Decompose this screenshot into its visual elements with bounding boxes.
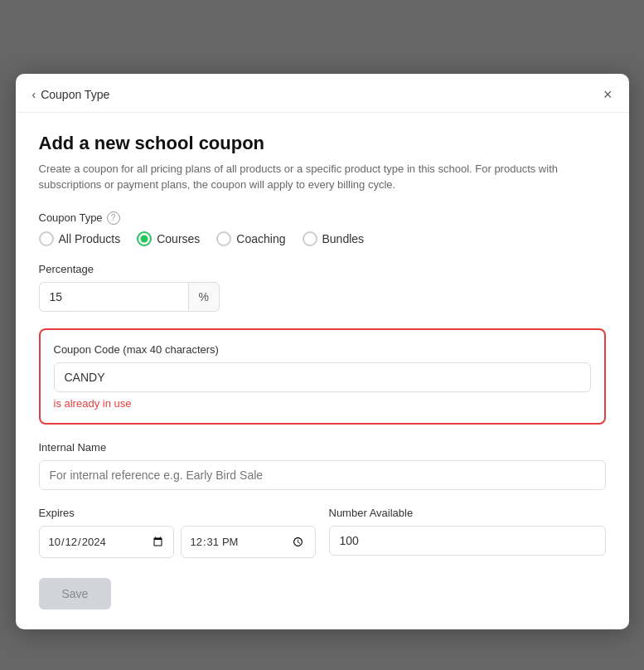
expires-date-input[interactable] — [39, 526, 174, 559]
coupon-type-label: Coupon Type ? — [39, 211, 606, 225]
number-available-label: Number Available — [329, 507, 606, 519]
radio-label-bundles: Bundles — [322, 232, 365, 245]
percentage-section: Percentage % — [39, 263, 606, 312]
save-button[interactable]: Save — [39, 578, 112, 609]
modal-body: Add a new school coupon Create a coupon … — [16, 113, 629, 630]
percentage-label: Percentage — [39, 263, 606, 275]
modal-header: ‹ Coupon Type × — [16, 74, 629, 113]
internal-name-section: Internal Name — [39, 441, 606, 490]
modal-dialog: ‹ Coupon Type × Add a new school coupon … — [16, 74, 629, 630]
radio-all-products[interactable] — [39, 231, 54, 246]
expires-inputs — [39, 526, 316, 559]
page-title: Add a new school coupon — [39, 133, 606, 154]
radio-label-all-products: All Products — [59, 232, 121, 245]
close-button[interactable]: × — [603, 87, 613, 102]
coupon-code-section: Coupon Code (max 40 characters) is alrea… — [39, 328, 606, 425]
expires-row: Expires Number Available — [39, 507, 606, 559]
breadcrumb-label: Coupon Type — [41, 88, 109, 101]
radio-label-courses: Courses — [157, 232, 200, 245]
radio-group: All Products Courses Coaching Bundles — [39, 231, 606, 246]
modal-overlay: ‹ Coupon Type × Add a new school coupon … — [16, 17, 629, 670]
radio-courses[interactable] — [137, 231, 152, 246]
radio-label-coaching: Coaching — [236, 232, 285, 245]
help-icon[interactable]: ? — [107, 211, 120, 225]
breadcrumb: ‹ Coupon Type — [32, 88, 110, 101]
expires-label: Expires — [39, 507, 316, 519]
radio-option-all-products[interactable]: All Products — [39, 231, 121, 246]
percentage-input[interactable] — [39, 282, 188, 312]
coupon-code-label: Coupon Code (max 40 characters) — [54, 343, 591, 356]
percentage-suffix: % — [188, 282, 220, 312]
percentage-row: % — [39, 282, 606, 312]
number-available-input[interactable] — [329, 526, 606, 556]
radio-option-coaching[interactable]: Coaching — [216, 231, 285, 246]
back-arrow-icon[interactable]: ‹ — [32, 88, 36, 101]
number-available-col: Number Available — [329, 507, 606, 556]
internal-name-input[interactable] — [39, 460, 606, 490]
coupon-type-section: Coupon Type ? All Products Courses Coach… — [39, 211, 606, 246]
expires-time-input[interactable] — [181, 526, 316, 559]
coupon-code-error: is already in use — [54, 397, 591, 410]
page-description: Create a coupon for all pricing plans of… — [39, 161, 606, 193]
expires-col: Expires — [39, 507, 316, 559]
radio-bundles[interactable] — [303, 231, 317, 246]
radio-option-courses[interactable]: Courses — [137, 231, 200, 246]
coupon-code-input[interactable] — [54, 362, 591, 392]
radio-option-bundles[interactable]: Bundles — [303, 231, 365, 246]
internal-name-label: Internal Name — [39, 441, 606, 454]
radio-coaching[interactable] — [216, 231, 231, 246]
